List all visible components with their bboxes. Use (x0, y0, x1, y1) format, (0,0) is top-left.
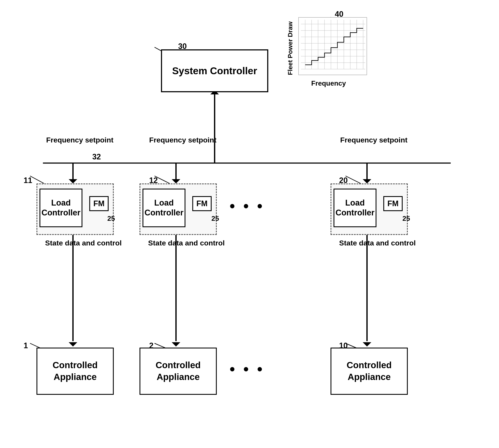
ref-num-32: 32 (92, 152, 101, 161)
fm-label-2: FM (196, 199, 208, 208)
state-label-2: State data and control (148, 238, 225, 248)
svg-marker-7 (69, 179, 77, 183)
chart-box (298, 17, 367, 75)
fm-box-3: FM (383, 196, 403, 211)
svg-marker-11 (363, 179, 371, 183)
ref-num-11: 11 (24, 176, 32, 185)
dots-appliance: • • • (230, 360, 264, 378)
dots-lc: • • • (230, 197, 264, 215)
appliance-label-2: ControlledAppliance (156, 359, 201, 383)
appliance-box-2: ControlledAppliance (140, 348, 217, 395)
lc-label-2: LoadController (145, 198, 183, 218)
ref-num-1: 1 (24, 341, 28, 350)
load-controller-box-3: LoadController FM (331, 183, 408, 235)
lc-label-1: LoadController (41, 198, 80, 218)
svg-marker-20 (363, 342, 371, 347)
diagram-container: 30 System Controller 40 Fleet Power Draw (0, 0, 499, 448)
lc-label-3: LoadController (336, 198, 374, 218)
fm-label-1: FM (93, 199, 105, 208)
svg-marker-14 (69, 342, 77, 347)
appliance-box-1: ControlledAppliance (36, 348, 114, 395)
ref-num-25-1: 25 (107, 215, 115, 223)
load-controller-box-2: LoadController FM (140, 183, 217, 235)
load-controller-box-1: LoadController FM (36, 183, 114, 235)
chart-y-label: Fleet Power Draw (287, 21, 294, 75)
fm-box-1: FM (89, 196, 109, 211)
appliance-box-3: ControlledAppliance (331, 348, 408, 395)
freq-setpoint-label-3: Frequency setpoint (340, 135, 408, 144)
svg-marker-17 (172, 342, 180, 347)
svg-marker-9 (172, 179, 180, 183)
lc-inner-1: LoadController (39, 189, 82, 227)
appliance-label-1: ControlledAppliance (53, 359, 98, 383)
svg-line-23 (346, 176, 361, 183)
fm-label-3: FM (387, 199, 399, 208)
lc-inner-3: LoadController (334, 189, 376, 227)
ref-num-25-3: 25 (402, 215, 410, 223)
freq-setpoint-label-2: Frequency setpoint (149, 135, 217, 144)
appliance-label-3: ControlledAppliance (347, 359, 392, 383)
state-label-3: State data and control (339, 238, 416, 248)
chart-x-label: Frequency (311, 80, 346, 87)
system-controller-label: System Controller (172, 65, 257, 77)
ref-num-25-2: 25 (211, 215, 219, 223)
lc-inner-2: LoadController (143, 189, 185, 227)
chart-svg (299, 17, 368, 76)
fm-box-2: FM (192, 196, 212, 211)
system-controller-box: System Controller (161, 49, 268, 92)
freq-setpoint-label-1: Frequency setpoint (46, 135, 113, 144)
state-label-1: State data and control (45, 238, 122, 248)
